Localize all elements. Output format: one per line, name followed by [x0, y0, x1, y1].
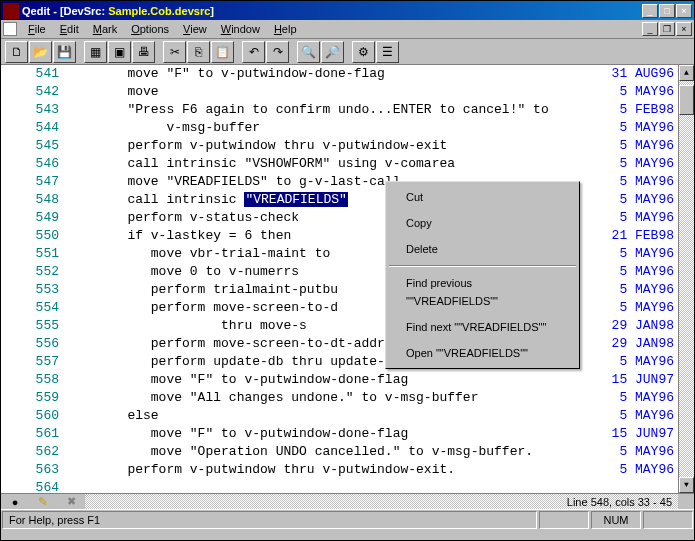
ctx-delete[interactable]: Delete — [388, 236, 577, 262]
new-button[interactable]: 🗋 — [5, 41, 28, 63]
code-text[interactable] — [65, 479, 594, 493]
menu-help[interactable]: Help — [267, 21, 304, 37]
title-bar: Qedit - [DevSrc: Sample.Cob.devsrc] _ □ … — [1, 1, 694, 20]
line-date: 5 FEB98 — [594, 101, 678, 119]
edit-indicator: ✎ — [29, 494, 57, 509]
menu-mark[interactable]: Mark — [86, 21, 124, 37]
menu-options[interactable]: Options — [124, 21, 176, 37]
code-text[interactable]: "Press F6 again to confirm undo...ENTER … — [65, 101, 594, 119]
code-line[interactable]: 561 move "F" to v-putwindow-done-flag15 … — [1, 425, 678, 443]
paste-button[interactable]: 📋 — [211, 41, 234, 63]
line-date: 5 MAY96 — [594, 461, 678, 479]
line-date: 5 MAY96 — [594, 119, 678, 137]
line-number: 542 — [1, 83, 65, 101]
code-text[interactable]: move "F" to v-putwindow-done-flag — [65, 65, 594, 83]
line-number: 550 — [1, 227, 65, 245]
tool-button-1[interactable]: ▦ — [84, 41, 107, 63]
line-number: 553 — [1, 281, 65, 299]
line-number: 563 — [1, 461, 65, 479]
print-button[interactable]: 🖶 — [132, 41, 155, 63]
code-text[interactable]: call intrinsic "VSHOWFORM" using v-comar… — [65, 155, 594, 173]
code-line[interactable]: 564 — [1, 479, 678, 493]
scroll-thumb[interactable] — [679, 85, 694, 115]
code-line[interactable]: 563 perform v-putwindow thru v-putwindow… — [1, 461, 678, 479]
scroll-corner — [678, 494, 694, 509]
selection[interactable]: "VREADFIELDS" — [244, 192, 347, 207]
line-date: 15 JUN97 — [594, 425, 678, 443]
code-line[interactable]: 546 call intrinsic "VSHOWFORM" using v-c… — [1, 155, 678, 173]
close-button[interactable]: × — [676, 4, 692, 18]
menu-file[interactable]: File — [21, 21, 53, 37]
menu-bar: File Edit Mark Options View Window Help … — [1, 20, 694, 39]
code-text[interactable]: move "F" to v-putwindow-done-flag — [65, 425, 594, 443]
ctx-cut[interactable]: Cut — [388, 184, 577, 210]
scroll-down-button[interactable]: ▼ — [679, 477, 694, 493]
ctx-find-next[interactable]: Find next ""VREADFIELDS"" — [388, 314, 577, 340]
ctx-copy[interactable]: Copy — [388, 210, 577, 236]
tool-button-4[interactable]: ☰ — [376, 41, 399, 63]
close-indicator[interactable]: ✖ — [57, 494, 85, 509]
code-text[interactable]: move "All changes undone." to v-msg-buff… — [65, 389, 594, 407]
tool-button-3[interactable]: ⚙ — [352, 41, 375, 63]
line-date: 5 MAY96 — [594, 209, 678, 227]
line-date — [594, 479, 678, 493]
line-date: 5 MAY96 — [594, 353, 678, 371]
code-text[interactable]: move — [65, 83, 594, 101]
scroll-track[interactable] — [679, 81, 694, 477]
copy-button[interactable]: ⎘ — [187, 41, 210, 63]
line-number: 562 — [1, 443, 65, 461]
find-next-button[interactable]: 🔎 — [321, 41, 344, 63]
code-text[interactable]: move "F" to v-putwindow-done-flag — [65, 371, 594, 389]
code-text[interactable]: perform v-putwindow thru v-putwindow-exi… — [65, 461, 594, 479]
code-line[interactable]: 545 perform v-putwindow thru v-putwindow… — [1, 137, 678, 155]
line-number: 555 — [1, 317, 65, 335]
code-line[interactable]: 544 v-msg-buffer5 MAY96 — [1, 119, 678, 137]
code-text[interactable]: move "Operation UNDO cancelled." to v-ms… — [65, 443, 594, 461]
line-number: 561 — [1, 425, 65, 443]
vertical-scrollbar[interactable]: ▲ ▼ — [678, 65, 694, 493]
code-line[interactable]: 541 move "F" to v-putwindow-done-flag31 … — [1, 65, 678, 83]
undo-button[interactable]: ↶ — [242, 41, 265, 63]
redo-button[interactable]: ↷ — [266, 41, 289, 63]
save-button[interactable]: 💾 — [53, 41, 76, 63]
code-line[interactable]: 562 move "Operation UNDO cancelled." to … — [1, 443, 678, 461]
code-text[interactable]: else — [65, 407, 594, 425]
line-date: 5 MAY96 — [594, 191, 678, 209]
code-line[interactable]: 560 else5 MAY96 — [1, 407, 678, 425]
document-icon[interactable] — [3, 22, 17, 36]
ctx-find-previous[interactable]: Find previous ""VREADFIELDS"" — [388, 270, 577, 314]
find-button[interactable]: 🔍 — [297, 41, 320, 63]
line-number: 554 — [1, 299, 65, 317]
line-date: 5 MAY96 — [594, 281, 678, 299]
line-number: 543 — [1, 101, 65, 119]
line-number: 544 — [1, 119, 65, 137]
line-date: 5 MAY96 — [594, 299, 678, 317]
code-line[interactable]: 559 move "All changes undone." to v-msg-… — [1, 389, 678, 407]
status-help: For Help, press F1 — [2, 511, 537, 529]
status-bar: For Help, press F1 NUM — [1, 509, 694, 529]
code-line[interactable]: 542 move5 MAY96 — [1, 83, 678, 101]
line-date: 5 MAY96 — [594, 83, 678, 101]
code-text[interactable]: v-msg-buffer — [65, 119, 594, 137]
line-number: 541 — [1, 65, 65, 83]
maximize-button[interactable]: □ — [659, 4, 675, 18]
minimize-button[interactable]: _ — [642, 4, 658, 18]
line-number: 560 — [1, 407, 65, 425]
code-text[interactable]: perform v-putwindow thru v-putwindow-exi… — [65, 137, 594, 155]
ctx-open[interactable]: Open ""VREADFIELDS"" — [388, 340, 577, 366]
cut-button[interactable]: ✂ — [163, 41, 186, 63]
doc-restore-button[interactable]: ❐ — [659, 22, 675, 36]
editor-area[interactable]: 541 move "F" to v-putwindow-done-flag31 … — [1, 65, 694, 493]
code-line[interactable]: 543 "Press F6 again to confirm undo...EN… — [1, 101, 678, 119]
menu-window[interactable]: Window — [214, 21, 267, 37]
tool-button-2[interactable]: ▣ — [108, 41, 131, 63]
open-button[interactable]: 📂 — [29, 41, 52, 63]
doc-close-button[interactable]: × — [676, 22, 692, 36]
doc-minimize-button[interactable]: _ — [642, 22, 658, 36]
menu-view[interactable]: View — [176, 21, 214, 37]
scroll-up-button[interactable]: ▲ — [679, 65, 694, 81]
line-number: 552 — [1, 263, 65, 281]
code-line[interactable]: 558 move "F" to v-putwindow-done-flag15 … — [1, 371, 678, 389]
line-date: 5 MAY96 — [594, 407, 678, 425]
menu-edit[interactable]: Edit — [53, 21, 86, 37]
